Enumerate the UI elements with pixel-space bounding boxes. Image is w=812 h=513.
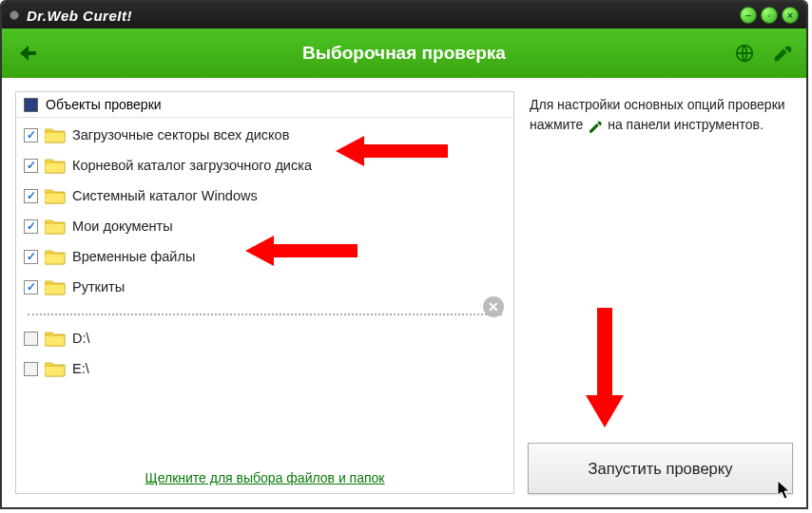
checkbox[interactable] [24,250,38,264]
checkbox[interactable] [24,189,38,203]
folder-icon [45,218,66,235]
item-label: Загрузочные секторы всех дисков [72,127,289,142]
app-title: Dr.Web CureIt! [27,8,740,24]
checkbox[interactable] [24,128,38,142]
globe-icon[interactable] [734,43,755,64]
scan-objects-panel: Объекты проверки Загрузочные секторы все… [15,91,514,494]
item-label: Системный каталог Windows [72,188,258,203]
folder-icon [45,330,66,347]
folder-icon [45,126,66,143]
select-all-checkbox[interactable] [24,98,38,112]
item-label: D:\ [72,331,90,346]
list-item[interactable]: Временные файлы [24,241,506,272]
folder-icon [45,157,66,174]
list-item[interactable]: Корневой каталог загрузочного диска [24,150,506,180]
folder-icon [45,248,66,265]
item-label: E:\ [72,361,89,376]
app-icon [10,10,19,20]
item-label: Временные файлы [72,249,195,264]
titlebar: Dr.Web CureIt! – ◦ × [2,2,806,28]
toolbar: Выборочная проверка [2,28,806,78]
list-item[interactable]: Системный каталог Windows [24,180,506,211]
minimize-button[interactable]: – [740,7,757,24]
settings-wrench-icon[interactable] [772,43,793,64]
list-item[interactable]: D:\ [24,323,506,353]
checkbox[interactable] [24,362,38,376]
wrench-inline-icon [587,119,604,132]
checkbox[interactable] [24,159,38,173]
list-item[interactable]: Мои документы [24,211,506,241]
list-header-label: Объекты проверки [46,97,162,112]
folder-icon [45,360,66,377]
folder-icon [45,187,66,204]
list-item[interactable]: Руткиты [24,272,506,302]
item-label: Корневой каталог загрузочного диска [72,158,312,173]
help-text: Для настройки основных опций проверки на… [528,91,793,135]
page-title: Выборочная проверка [302,43,506,64]
list-header: Объекты проверки [16,92,513,118]
choose-files-link[interactable]: Щелкните для выбора файлов и папок [145,470,385,485]
folder-icon [45,278,66,295]
close-window-button[interactable]: × [782,7,799,24]
back-button[interactable] [15,42,38,65]
checkbox[interactable] [24,332,38,346]
item-label: Руткиты [72,279,125,294]
list-item[interactable]: E:\ [24,353,506,384]
list-divider [28,314,502,315]
maximize-button[interactable]: ◦ [761,7,778,24]
item-label: Мои документы [72,218,173,234]
start-scan-button[interactable]: Запустить проверку [528,443,793,494]
list-item[interactable]: Загрузочные секторы всех дисков [24,120,506,150]
checkbox[interactable] [24,219,38,234]
clear-selection-icon[interactable]: ✕ [483,296,504,317]
checkbox[interactable] [24,280,38,294]
